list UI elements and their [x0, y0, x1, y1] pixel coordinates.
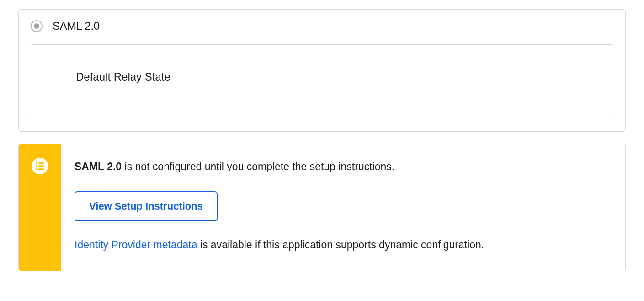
svg-point-5	[36, 168, 38, 171]
svg-rect-2	[38, 162, 44, 164]
banner-footer: Identity Provider metadata is available …	[75, 237, 612, 253]
svg-rect-4	[38, 165, 44, 167]
svg-point-1	[36, 162, 38, 164]
relay-state-label: Default Relay State	[76, 70, 601, 83]
banner-message: SAML 2.0 is not configured until you com…	[75, 159, 612, 175]
saml-radio-option[interactable]: SAML 2.0	[31, 20, 613, 32]
banner-accent-bar	[19, 144, 61, 271]
saml-setup-banner: SAML 2.0 is not configured until you com…	[18, 144, 626, 271]
view-setup-instructions-button[interactable]: View Setup Instructions	[75, 191, 218, 221]
svg-rect-6	[38, 168, 44, 170]
banner-message-rest: is not configured until you complete the…	[122, 161, 394, 172]
radio-icon	[31, 20, 43, 32]
identity-provider-metadata-link[interactable]: Identity Provider metadata	[75, 239, 197, 251]
list-icon	[32, 158, 48, 174]
saml-radio-label: SAML 2.0	[53, 20, 100, 32]
svg-point-3	[36, 165, 38, 167]
banner-footer-rest: is available if this application support…	[197, 239, 484, 251]
banner-message-strong: SAML 2.0	[75, 161, 122, 172]
banner-body: SAML 2.0 is not configured until you com…	[61, 144, 625, 271]
relay-state-panel: Default Relay State	[31, 44, 613, 119]
saml-sign-on-panel: SAML 2.0 Default Relay State	[18, 9, 626, 132]
